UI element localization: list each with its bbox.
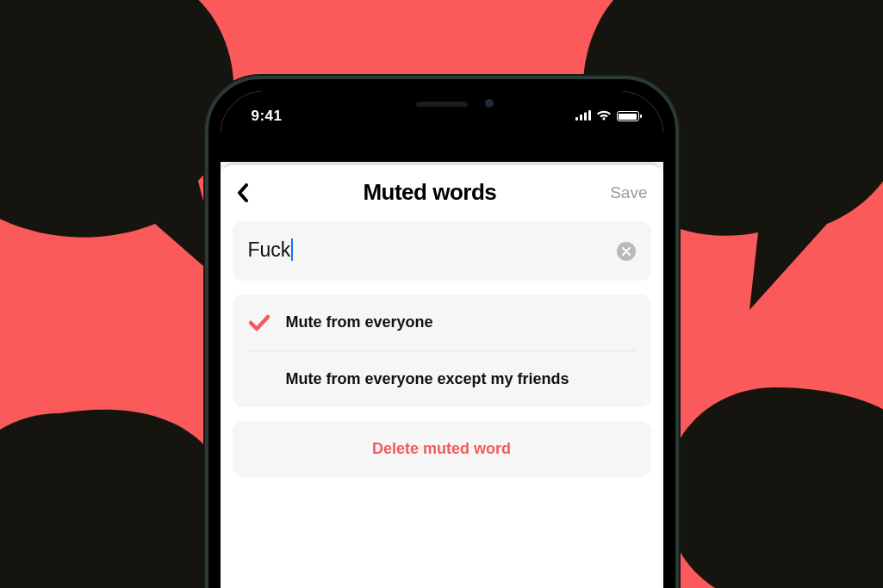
- check-icon: [248, 314, 270, 331]
- nav-bar: Muted words Save: [233, 177, 651, 221]
- option-label: Mute from everyone except my friends: [286, 370, 569, 388]
- phone-notch: [340, 91, 544, 121]
- clear-input-button[interactable]: [617, 242, 636, 261]
- delete-label: Delete muted word: [233, 440, 651, 458]
- svg-rect-2: [584, 113, 587, 121]
- phone-side-button: [677, 270, 679, 353]
- muted-word-input-card: Fuck: [233, 221, 651, 281]
- status-time: 9:41: [245, 108, 283, 125]
- phone-screen: 9:41 Muted words Save: [221, 91, 663, 588]
- option-mute-except-friends[interactable]: Mute from everyone except my friends: [248, 350, 636, 407]
- text-cursor: [291, 238, 293, 261]
- wifi-icon: [596, 108, 612, 124]
- muted-word-input[interactable]: Fuck: [248, 238, 617, 263]
- svg-rect-3: [588, 110, 591, 121]
- battery-icon: [617, 111, 639, 121]
- app-content: Muted words Save Fuck: [221, 162, 663, 588]
- save-button[interactable]: Save: [610, 183, 647, 202]
- phone-frame: 9:41 Muted words Save: [205, 76, 679, 588]
- mute-options-card: Mute from everyone Mute from everyone ex…: [233, 294, 651, 407]
- page-title: Muted words: [363, 179, 496, 206]
- cellular-icon: [575, 108, 591, 124]
- option-mute-everyone[interactable]: Mute from everyone: [248, 294, 636, 350]
- svg-rect-1: [580, 115, 582, 121]
- phone-side-button: [205, 260, 207, 313]
- status-icons: [575, 108, 639, 124]
- back-button[interactable]: [236, 183, 250, 202]
- svg-rect-0: [575, 117, 578, 121]
- phone-side-button: [205, 325, 207, 379]
- muted-word-value: Fuck: [248, 238, 291, 261]
- delete-muted-word-button[interactable]: Delete muted word: [233, 421, 651, 477]
- option-label: Mute from everyone: [286, 313, 433, 331]
- modal-sheet: Muted words Save Fuck: [221, 165, 663, 588]
- phone-side-button: [205, 208, 207, 238]
